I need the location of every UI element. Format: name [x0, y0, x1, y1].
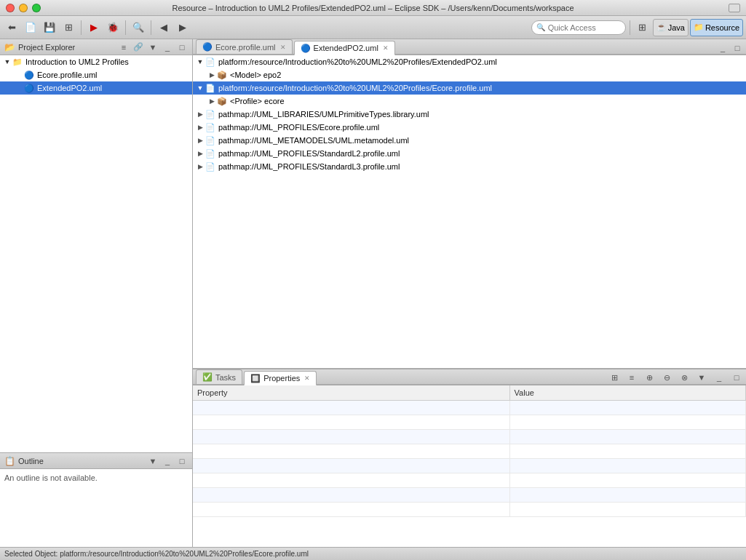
- prop-key-2: [193, 415, 509, 429]
- row4-icon: 📄: [205, 108, 216, 120]
- java-perspective-button[interactable]: ☕ Java: [653, 19, 689, 36]
- prop-val-2: [509, 415, 745, 429]
- editor-max-button[interactable]: □: [731, 42, 743, 54]
- toolbar-sep-4: [630, 20, 630, 35]
- editor-row-8[interactable]: ▶ 📄 pathmap://UML_PROFILES/StandardL3.pr…: [193, 160, 746, 173]
- java-icon: ☕: [656, 23, 667, 32]
- outline-maximize[interactable]: □: [176, 455, 188, 467]
- props-row-1: [193, 400, 746, 415]
- project-explorer-icon: 📂: [4, 42, 15, 52]
- prop-key-7: [193, 487, 509, 502]
- tree-item-extendedpo2[interactable]: 🔵 ExtendedPO2.uml: [0, 81, 192, 95]
- editor-row-2[interactable]: ▼ 📄 platform:/resource/Introduction%20to…: [193, 81, 746, 95]
- prop-key-8: [193, 502, 509, 516]
- link-editor-button[interactable]: 🔗: [132, 41, 144, 53]
- row2-arrow: ▼: [196, 84, 205, 92]
- editor-row-6[interactable]: ▶ 📄 pathmap://UML_METAMODELS/UML.metamod…: [193, 134, 746, 147]
- row3-label: <Profile> ecore: [230, 97, 285, 105]
- props-btn-3[interactable]: ⊕: [643, 371, 656, 384]
- save-all-button[interactable]: ⊞: [60, 19, 77, 36]
- editor-min-button[interactable]: _: [717, 42, 729, 54]
- editor-row-4[interactable]: ▶ 📄 pathmap://UML_LIBRARIES/UMLPrimitive…: [193, 108, 746, 121]
- outline-panel: 📋 Outline ▼ _ □ An outline is not availa…: [0, 452, 192, 547]
- tree-root-folder[interactable]: ▼ 📁 Introduction to UML2 Profiles: [0, 55, 192, 68]
- save-button[interactable]: 💾: [41, 19, 58, 36]
- window-controls[interactable]: [6, 4, 41, 12]
- editor-row-0[interactable]: ▼ 📄 platform:/resource/Introduction%20to…: [193, 55, 746, 68]
- tree-item-ecore[interactable]: 🔵 Ecore.profile.uml: [0, 68, 192, 81]
- main-area: 📂 Project Explorer ≡ 🔗 ▼ _ □ ▼ 📁 Introdu…: [0, 39, 746, 547]
- right-panel: 🔵 Ecore.profile.uml ✕ 🔵 ExtendedPO2.uml …: [193, 39, 746, 547]
- row1-label: <Model> epo2: [230, 71, 281, 79]
- prop-val-7: [509, 487, 745, 502]
- outline-message: An outline is not available.: [4, 473, 98, 482]
- tab-ecore-close[interactable]: ✕: [280, 44, 286, 51]
- resize-icon: [729, 4, 740, 12]
- back-button[interactable]: ⬅: [3, 19, 20, 36]
- row6-label: pathmap://UML_METAMODELS/UML.metamodel.u…: [218, 136, 409, 145]
- outline-minimize[interactable]: _: [162, 455, 173, 467]
- row3-icon: 📦: [216, 95, 228, 107]
- minimize-button[interactable]: [19, 4, 28, 12]
- properties-icon: 🔲: [250, 374, 261, 383]
- quick-access-box[interactable]: 🔍: [531, 20, 626, 35]
- row1-icon: 📦: [216, 69, 228, 81]
- props-btn-5[interactable]: ⊗: [678, 371, 691, 384]
- tab-tasks-label: Tasks: [215, 373, 236, 382]
- debug-button[interactable]: 🐞: [104, 19, 122, 36]
- prev-button[interactable]: ◀: [155, 19, 172, 36]
- tab-extendedpo2-icon: 🔵: [301, 44, 311, 53]
- props-btn-2[interactable]: ≡: [625, 371, 638, 384]
- view-menu-button[interactable]: ▼: [147, 41, 159, 53]
- next-button[interactable]: ▶: [174, 19, 191, 36]
- props-row-2: [193, 415, 746, 429]
- props-maximize[interactable]: □: [730, 371, 743, 384]
- resource-label: Resource: [705, 23, 739, 32]
- workbench-button[interactable]: ⊞: [634, 19, 651, 36]
- resource-perspective-button[interactable]: 📁 Resource: [690, 19, 743, 36]
- quick-access-icon: 🔍: [536, 23, 545, 31]
- outline-content: An outline is not available.: [0, 469, 192, 547]
- minimize-panel-button[interactable]: _: [162, 41, 173, 53]
- search-button[interactable]: 🔍: [130, 19, 147, 36]
- props-minimize[interactable]: _: [713, 371, 726, 384]
- quick-access-input[interactable]: [548, 23, 621, 32]
- toolbar-sep-2: [125, 20, 126, 35]
- tab-properties[interactable]: 🔲 Properties ✕: [244, 371, 317, 385]
- editor-row-7[interactable]: ▶ 📄 pathmap://UML_PROFILES/StandardL2.pr…: [193, 147, 746, 160]
- tab-extendedpo2-close[interactable]: ✕: [383, 44, 389, 52]
- tab-extendedpo2[interactable]: 🔵 ExtendedPO2.uml ✕: [294, 41, 395, 55]
- maximize-panel-button[interactable]: □: [176, 41, 188, 53]
- props-btn-4[interactable]: ⊖: [660, 371, 673, 384]
- run-button[interactable]: ▶: [85, 19, 103, 36]
- row4-label: pathmap://UML_LIBRARIES/UMLPrimitiveType…: [218, 110, 429, 119]
- props-view-menu[interactable]: ▼: [695, 371, 708, 384]
- outline-view-menu[interactable]: ▼: [147, 455, 159, 467]
- row7-label: pathmap://UML_PROFILES/StandardL2.profil…: [218, 149, 400, 158]
- window-title: Resource – Introduction to UML2 Profiles…: [172, 4, 574, 12]
- props-btn-1[interactable]: ⊞: [608, 371, 621, 384]
- prop-val-6: [509, 473, 745, 487]
- row2-label: platform:/resource/Introduction%20to%20U…: [218, 84, 492, 92]
- tab-ecore[interactable]: 🔵 Ecore.profile.uml ✕: [196, 39, 293, 54]
- row7-arrow: ▶: [196, 149, 205, 158]
- editor-row-1[interactable]: ▶ 📦 <Model> epo2: [193, 68, 746, 81]
- status-bar: Selected Object: platform:/resource/Intr…: [0, 547, 746, 560]
- maximize-button[interactable]: [32, 4, 41, 12]
- tab-tasks[interactable]: ✅ Tasks: [196, 369, 242, 384]
- row0-icon: 📄: [205, 56, 216, 68]
- close-button[interactable]: [6, 4, 15, 12]
- row5-icon: 📄: [205, 121, 216, 133]
- props-row-7: [193, 487, 746, 502]
- new-button[interactable]: 📄: [22, 19, 39, 36]
- extendedpo2-arrow: [15, 84, 23, 92]
- property-column-header: Property: [193, 385, 509, 400]
- tab-properties-close[interactable]: ✕: [304, 375, 310, 382]
- editor-content[interactable]: ▼ 📄 platform:/resource/Introduction%20to…: [193, 55, 746, 369]
- editor-row-5[interactable]: ▶ 📄 pathmap://UML_PROFILES/Ecore.profile…: [193, 121, 746, 134]
- collapse-all-button[interactable]: ≡: [118, 41, 130, 53]
- props-row-5: [193, 458, 746, 473]
- editor-row-3[interactable]: ▶ 📦 <Profile> ecore: [193, 95, 746, 108]
- project-tree[interactable]: ▼ 📁 Introduction to UML2 Profiles 🔵 Ecor…: [0, 55, 192, 452]
- extendedpo2-file-icon: 🔵: [23, 82, 35, 94]
